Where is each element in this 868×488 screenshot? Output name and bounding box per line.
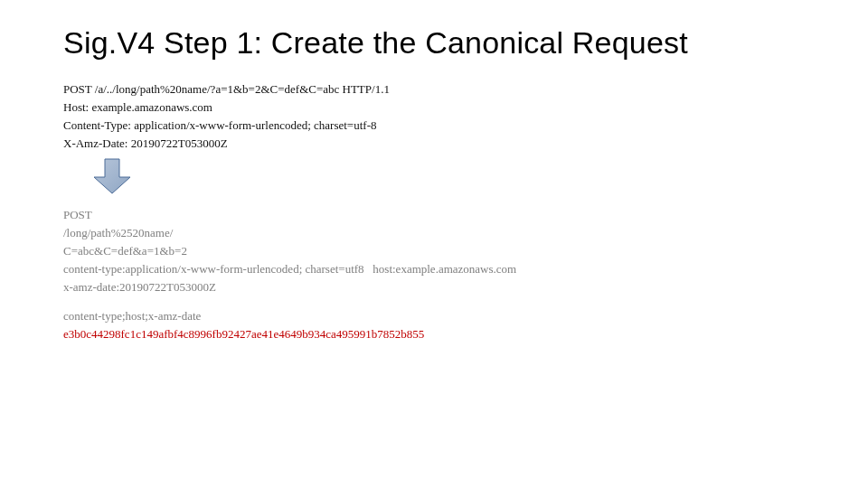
canonical-date: x-amz-date:20190722T053000Z	[63, 278, 805, 296]
raw-request-line-3: Content-Type: application/x-www-form-url…	[63, 117, 805, 135]
canonical-query: C=abc&C=def&a=1&b=2	[63, 242, 805, 260]
raw-request-line-1: POST /a/../long/path%20name/?a=1&b=2&C=d…	[63, 80, 805, 99]
signed-headers: content-type;host;x-amz-date	[63, 307, 805, 325]
canonical-path: /long/path%2520name/	[63, 224, 805, 242]
canonical-method: POST	[63, 206, 805, 224]
slide-title: Sig.V4 Step 1: Create the Canonical Requ…	[63, 25, 805, 61]
raw-request-line-4: X-Amz-Date: 20190722T053000Z	[63, 135, 805, 153]
raw-request-line-2: Host: example.amazonaws.com	[63, 99, 805, 117]
slide: Sig.V4 Step 1: Create the Canonical Requ…	[0, 0, 868, 344]
payload-hash: e3b0c44298fc1c149afbf4c8996fb92427ae41e4…	[63, 325, 805, 343]
canonical-headers: content-type:application/x-www-form-urle…	[63, 260, 805, 278]
down-arrow-icon	[63, 157, 805, 199]
